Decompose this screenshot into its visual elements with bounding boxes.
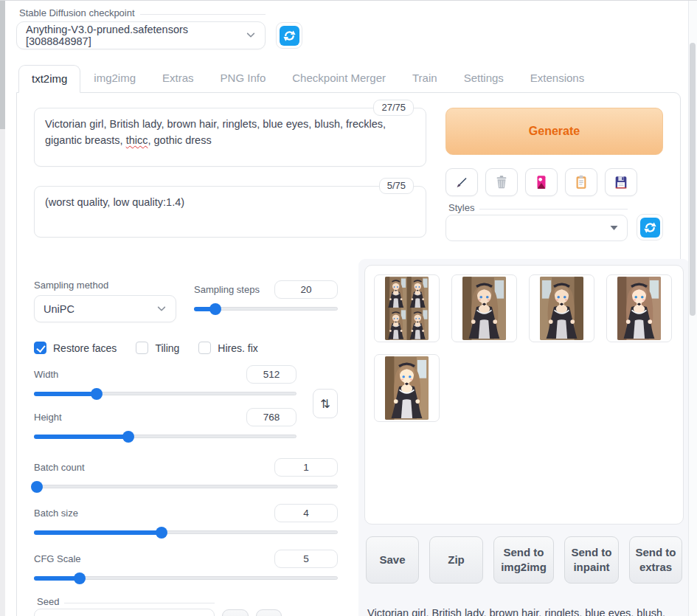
gallery-thumbnail-1[interactable] [451, 274, 517, 342]
send-to-extras-button[interactable]: Send to extras [629, 536, 682, 584]
gallery-thumbnail-3[interactable] [606, 274, 672, 342]
zip-button[interactable]: Zip [429, 536, 483, 584]
legend-line [140, 14, 266, 15]
dropdown-arrow-icon [610, 225, 618, 231]
read-parameters-button[interactable] [445, 168, 478, 196]
diagonal-arrow-icon [454, 174, 470, 190]
sampling-steps-input[interactable]: 20 [274, 280, 338, 299]
generated-image [385, 356, 429, 420]
checkpoint-select[interactable]: Anything-V3.0-pruned.safetensors [308884… [16, 21, 266, 49]
height-input[interactable]: 768 [246, 408, 297, 426]
top-edge-divider [0, 0, 697, 1]
styles-select[interactable] [445, 215, 628, 241]
width-slider[interactable] [34, 388, 297, 400]
tab-extras[interactable]: Extras [149, 64, 207, 92]
slider-track [34, 485, 338, 488]
gallery-thumbnail-4[interactable] [374, 354, 440, 422]
generated-image [462, 277, 506, 340]
sampling-steps-label: Sampling steps [194, 284, 260, 295]
prompt-textarea[interactable]: 27/75 Victorian girl, British lady, brow… [34, 108, 426, 167]
random-seed-button[interactable] [222, 609, 249, 616]
hires-fix-checkbox[interactable] [198, 342, 211, 354]
generate-button[interactable]: Generate [445, 108, 663, 155]
negative-prompt-textarea[interactable]: 5/75 (worst quality, low quality:1.4) [34, 186, 426, 238]
height-label: Height [34, 412, 62, 423]
left-scrollbar-thumb[interactable] [0, 0, 5, 129]
batch-count-input[interactable]: 1 [274, 458, 338, 477]
restore-faces-checkbox-row[interactable]: Restore faces [34, 342, 117, 354]
right-scrollbar-thumb[interactable] [690, 43, 696, 316]
height-slider[interactable] [34, 431, 297, 443]
batch-count-slider[interactable] [34, 481, 338, 493]
tiling-checkbox[interactable] [136, 342, 148, 354]
prompt-token-counter: 27/75 [373, 100, 414, 116]
gallery-thumbnail-2[interactable] [529, 274, 594, 342]
slider-thumb[interactable] [122, 431, 134, 443]
prompt-text-tail: , gothic dress [148, 134, 211, 146]
tab-train[interactable]: Train [399, 64, 451, 92]
floppy-disk-icon [613, 174, 629, 190]
tab-extensions[interactable]: Extensions [517, 64, 597, 92]
prompt-text-misspelled: thicc [126, 134, 148, 146]
refresh-icon [280, 26, 299, 46]
checkpoint-refresh-button[interactable] [276, 22, 302, 49]
extra-networks-button[interactable] [525, 168, 558, 196]
batch-size-input[interactable]: 4 [274, 504, 338, 522]
restore-faces-checkbox[interactable] [34, 342, 46, 354]
generated-image [617, 277, 661, 340]
txt2img-panel: 27/75 Victorian girl, British lady, brow… [16, 92, 681, 616]
clear-prompt-button[interactable] [485, 168, 518, 196]
slider-thumb[interactable] [74, 572, 86, 584]
cfg-scale-input[interactable]: 5 [274, 550, 338, 568]
trash-icon [493, 174, 510, 190]
negative-token-counter: 5/75 [379, 178, 414, 194]
send-to-inpaint-button[interactable]: Send to inpaint [564, 536, 619, 584]
save-button[interactable]: Save [366, 536, 419, 584]
send-to-img2img-button[interactable]: Send to img2img [493, 536, 554, 584]
generated-gallery [364, 265, 684, 525]
chevron-down-icon [246, 30, 256, 41]
slider-thumb[interactable] [31, 481, 43, 493]
generated-image-grid [385, 277, 429, 340]
tab-checkpoint-merger[interactable]: Checkpoint Merger [279, 64, 399, 92]
legend-line [64, 603, 215, 603]
batch-size-slider[interactable] [34, 527, 338, 539]
checkpoint-value: Anything-V3.0-pruned.safetensors [308884… [26, 24, 246, 47]
chevron-down-icon [156, 304, 167, 314]
tab-png-info[interactable]: PNG Info [207, 64, 280, 92]
tiling-label: Tiling [155, 342, 179, 354]
save-style-button[interactable] [605, 168, 637, 196]
left-scrollbar[interactable] [0, 0, 5, 616]
tab-settings[interactable]: Settings [451, 64, 517, 92]
cfg-scale-slider[interactable] [34, 572, 338, 584]
right-scrollbar[interactable] [688, 0, 697, 616]
slider-thumb[interactable] [91, 388, 103, 400]
slider-fill [34, 530, 162, 535]
hires-fix-checkbox-row[interactable]: Hires. fix [198, 342, 257, 354]
tab-img2img[interactable]: img2img [80, 64, 149, 92]
width-label: Width [34, 369, 58, 380]
refresh-icon [640, 218, 660, 238]
prompt-text: Victorian girl, British lady, brown hair… [45, 118, 386, 146]
sampling-method-label: Sampling method [34, 280, 176, 291]
clipboard-icon [573, 174, 589, 190]
sampling-method-select[interactable]: UniPC [34, 295, 176, 322]
batch-count-label: Batch count [34, 462, 85, 473]
slider-thumb[interactable] [209, 303, 221, 315]
seed-input[interactable]: -1 [34, 609, 215, 616]
tab-txt2img[interactable]: txt2img [18, 65, 80, 93]
styles-label: Styles [448, 202, 474, 213]
swap-width-height-button[interactable]: ⇅ [313, 389, 338, 418]
sampling-steps-slider[interactable] [194, 303, 338, 315]
generation-info-text: Victorian girl, British lady, brown hair… [367, 606, 681, 616]
reuse-seed-button[interactable]: ♻ [256, 609, 282, 616]
slider-thumb[interactable] [156, 527, 167, 539]
apply-style-button[interactable] [565, 168, 597, 196]
styles-refresh-button[interactable] [637, 214, 663, 240]
tiling-checkbox-row[interactable]: Tiling [136, 342, 179, 354]
gallery-thumbnail-batch-grid[interactable] [374, 274, 440, 342]
output-panel: Save Zip Send to img2img Send to inpaint… [358, 259, 690, 616]
width-input[interactable]: 512 [246, 365, 297, 384]
sampling-method-value: UniPC [44, 303, 74, 315]
negative-prompt-text: (worst quality, low quality:1.4) [45, 196, 184, 208]
